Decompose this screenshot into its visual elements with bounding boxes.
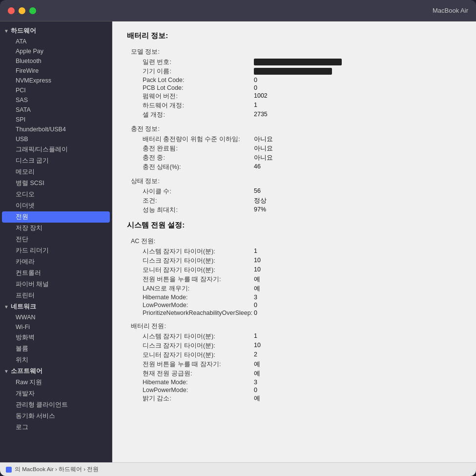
serial-number-value [254, 58, 342, 66]
hibernate-mode-row: Hibernate Mode: 3 [127, 293, 461, 301]
software-group-header[interactable]: ▼ 소프트웨어 [0, 366, 112, 377]
charge-complete-label: 충전 완료됨: [127, 145, 254, 153]
sidebar: ▼ 하드웨어 ATA Apple Pay Bluetooth FireWire … [0, 21, 112, 462]
sidebar-item-applepay[interactable]: Apple Pay [2, 46, 110, 56]
pack-lot-value: 0 [254, 77, 257, 83]
wake-lan-row: LAN으로 깨우기: 예 [127, 284, 461, 293]
sidebar-item-firewire[interactable]: FireWire [2, 66, 110, 76]
charge-complete-value: 아니요 [254, 145, 273, 153]
batt-low-power-mode-label: LowPowerMode: [127, 387, 254, 393]
hardware-rev-label: 하드웨어 개정: [127, 102, 254, 110]
traffic-lights [8, 7, 36, 14]
sidebar-item-location[interactable]: 위치 [2, 354, 110, 366]
pack-lot-row: Pack Lot Code: 0 [127, 76, 461, 84]
maximize-button[interactable] [29, 7, 36, 14]
sidebar-item-ethernet[interactable]: 이더넷 [2, 200, 110, 211]
sidebar-item-graphics[interactable]: 그래픽/디스플레이 [2, 144, 110, 155]
monitor-sleep-row: 모니터 잠자기 타이머(분): 10 [127, 266, 461, 275]
redacted-serial [254, 59, 342, 65]
current-power-source-label: 현재 전원 공급원: [127, 370, 254, 378]
sidebar-item-camera[interactable]: 카메라 [2, 256, 110, 268]
sidebar-item-developer[interactable]: 개발자 [2, 388, 110, 399]
batt-hibernate-mode-row: Hibernate Mode: 3 [127, 378, 461, 386]
sidebar-item-disc-burn[interactable]: 디스크 굽기 [2, 155, 110, 166]
low-power-mode-value: 0 [254, 302, 257, 309]
brightness-reduce-row: 밝기 감소: 예 [127, 394, 461, 403]
sidebar-item-sata[interactable]: SATA [2, 105, 110, 115]
sidebar-item-bluetooth[interactable]: Bluetooth [2, 56, 110, 66]
batt-disk-sleep-row: 디스크 잠자기 타이머(분): 10 [127, 341, 461, 351]
brightness-reduce-label: 밝기 감소: [127, 394, 254, 403]
prioritize-network-value: 0 [254, 310, 257, 316]
close-button[interactable] [8, 7, 15, 14]
sidebar-item-nvme[interactable]: NVMExpress [2, 76, 110, 85]
batt-power-btn-sleep-row: 전원 버튼을 누를 때 잠자기: 예 [127, 360, 461, 369]
sidebar-item-shear[interactable]: 전단 [2, 234, 110, 245]
hardware-group-header[interactable]: ▼ 하드웨어 [0, 25, 112, 37]
system-power-title: 시스템 전원 설정: [127, 221, 461, 230]
sidebar-item-sas[interactable]: SAS [2, 95, 110, 105]
chevron-down-icon-software: ▼ [4, 369, 9, 374]
sidebar-item-parallel-scsi[interactable]: 병렬 SCSI [2, 178, 110, 189]
sidebar-item-pci[interactable]: PCI [2, 85, 110, 95]
sidebar-item-sync-services[interactable]: 동기화 서비스 [2, 411, 110, 422]
condition-label: 조건: [127, 197, 254, 205]
status-info-block: 상태 정보: 사이클 수: 56 조건: 정상 성능 최대치: 97% [127, 176, 461, 215]
sidebar-item-log[interactable]: 로그 [2, 422, 110, 433]
batt-disk-sleep-value: 10 [254, 342, 261, 350]
charge-info-block: 충전 정보: 배터리 충전량이 위험 수준 이하임: 아니요 충전 완료됨: 아… [127, 124, 461, 172]
batt-monitor-sleep-row: 모니터 잠자기 타이머(분): 2 [127, 351, 461, 360]
pack-lot-label: Pack Lot Code: [127, 77, 254, 83]
charge-complete-row: 충전 완료됨: 아니요 [127, 144, 461, 153]
cell-count-label: 셀 개정: [127, 111, 254, 119]
sidebar-item-firewall[interactable]: 방화벽 [2, 332, 110, 343]
sidebar-item-memory[interactable]: 메모리 [2, 166, 110, 178]
network-group-label: 네트워크 [11, 303, 36, 311]
sidebar-item-printer[interactable]: 프린터 [2, 290, 110, 301]
sidebar-item-power[interactable]: 전원 [2, 211, 110, 223]
batt-sys-sleep-label: 시스템 잠자기 타이머(분): [127, 332, 254, 341]
sidebar-item-managed-client[interactable]: 관리형 클라이언트 [2, 399, 110, 411]
sidebar-item-wwan[interactable]: WWAN [2, 312, 110, 322]
firmware-value: 1002 [254, 92, 268, 101]
network-group-header[interactable]: ▼ 네트워크 [0, 301, 112, 312]
sidebar-item-audio[interactable]: 오디오 [2, 189, 110, 200]
battery-power-label: 배터리 전원: [127, 321, 166, 331]
sidebar-item-controller[interactable]: 컨트롤러 [2, 268, 110, 279]
sidebar-item-thunderbolt[interactable]: Thunderbolt/USB4 [2, 124, 110, 134]
batt-monitor-sleep-label: 모니터 잠자기 타이머(분): [127, 351, 254, 359]
macbook-icon [6, 467, 12, 473]
low-power-mode-row: LowPowerMode: 0 [127, 301, 461, 309]
ac-power-header: AC 전원: [127, 236, 461, 247]
sidebar-item-ata[interactable]: ATA [2, 37, 110, 46]
battery-power-header: 배터리 전원: [127, 321, 461, 332]
firmware-label: 펌웨어 버전: [127, 92, 254, 101]
batt-sys-sleep-value: 1 [254, 332, 257, 341]
minimize-button[interactable] [19, 7, 25, 14]
sidebar-item-spi[interactable]: SPI [2, 115, 110, 124]
power-btn-sleep-value: 예 [254, 275, 260, 284]
max-capacity-value: 97% [254, 206, 266, 214]
sidebar-item-fiber-channel[interactable]: 파이버 채널 [2, 279, 110, 290]
hibernate-mode-label: Hibernate Mode: [127, 294, 254, 301]
charge-info-header: 충전 정보: [127, 124, 461, 135]
charge-below-warn-label: 배터리 충전량이 위험 수준 이하임: [127, 135, 254, 144]
sidebar-item-volume[interactable]: 볼륨 [2, 343, 110, 354]
serial-number-row: 일련 번호: [127, 58, 461, 67]
condition-value: 정상 [254, 197, 267, 205]
condition-row: 조건: 정상 [127, 196, 461, 206]
cell-count-row: 셀 개정: 2735 [127, 110, 461, 120]
disk-sleep-label: 디스크 잠자기 타이머(분): [127, 257, 254, 265]
status-info-header: 상태 정보: [127, 176, 461, 187]
sidebar-item-wifi[interactable]: Wi-Fi [2, 322, 110, 332]
software-group-label: 소프트웨어 [11, 367, 42, 375]
charge-percent-label: 충전 상태(%): [127, 163, 254, 171]
sidebar-item-card-reader[interactable]: 카드 리더기 [2, 245, 110, 256]
sidebar-item-usb[interactable]: USB [2, 134, 110, 144]
chevron-down-icon: ▼ [4, 28, 9, 34]
main-window: MacBook Air ▼ 하드웨어 ATA Apple Pay Bluetoo… [0, 0, 476, 476]
sidebar-item-raw[interactable]: Raw 지원 [2, 377, 110, 388]
sidebar-item-storage[interactable]: 저장 장치 [2, 223, 110, 234]
model-info-label: 모델 정보: [127, 47, 160, 57]
statusbar: 의 MacBook Air › 하드웨어 › 전원 [0, 462, 476, 476]
